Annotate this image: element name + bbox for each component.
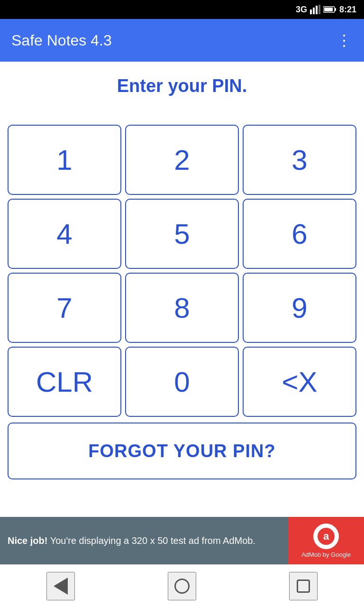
admob-logo-inner xyxy=(318,528,335,545)
key-0-label: 0 xyxy=(174,366,190,398)
nav-home-button[interactable] xyxy=(168,572,196,600)
svg-rect-2 xyxy=(316,6,318,14)
svg-rect-0 xyxy=(310,9,312,14)
svg-rect-1 xyxy=(313,8,315,14)
signal-icon xyxy=(310,5,320,14)
nav-bar xyxy=(0,564,364,607)
app-title: Safe Notes 4.3 xyxy=(11,32,112,49)
ad-banner-bold: Nice job! xyxy=(8,535,47,546)
key-clr-label: CLR xyxy=(36,366,93,398)
key-1-label: 1 xyxy=(56,144,72,176)
key-2-label: 2 xyxy=(174,144,190,176)
key-backspace-button[interactable]: <X xyxy=(243,347,356,417)
key-9-label: 9 xyxy=(291,292,307,324)
key-3-label: 3 xyxy=(291,144,307,176)
key-backspace-label: <X xyxy=(282,366,317,398)
status-icons: 3G 8:21 xyxy=(296,5,356,15)
key-8-button[interactable]: 8 xyxy=(125,273,239,343)
key-0-button[interactable]: 0 xyxy=(125,347,239,417)
admob-logo-circle xyxy=(313,524,339,549)
status-bar: 3G 8:21 xyxy=(0,0,364,19)
forgot-pin-label: FORGOT YOUR PIN? xyxy=(88,441,275,461)
key-6-button[interactable]: 6 xyxy=(243,199,356,269)
ad-logo: AdMob by Google xyxy=(288,517,364,564)
svg-rect-5 xyxy=(335,8,336,11)
app-bar: Safe Notes 4.3 ⋮ xyxy=(0,19,364,62)
enter-pin-title: Enter your PIN. xyxy=(117,76,247,96)
clock: 8:21 xyxy=(339,5,356,15)
recents-icon xyxy=(297,579,310,593)
key-2-button[interactable]: 2 xyxy=(125,125,239,195)
ad-logo-text: AdMob by Google xyxy=(301,551,351,558)
svg-rect-3 xyxy=(318,5,320,14)
ad-banner-text: Nice job! You're displaying a 320 x 50 t… xyxy=(8,534,281,547)
back-icon xyxy=(54,578,68,595)
key-clr-button[interactable]: CLR xyxy=(8,347,121,417)
key-7-button[interactable]: 7 xyxy=(8,273,121,343)
key-4-button[interactable]: 4 xyxy=(8,199,121,269)
nav-recents-button[interactable] xyxy=(289,572,318,600)
battery-icon xyxy=(323,6,337,13)
key-7-label: 7 xyxy=(56,292,72,324)
key-4-label: 4 xyxy=(56,218,72,250)
network-indicator: 3G xyxy=(296,5,307,15)
nav-back-button[interactable] xyxy=(46,572,75,600)
key-8-label: 8 xyxy=(174,292,190,324)
key-3-button[interactable]: 3 xyxy=(243,125,356,195)
ad-banner-content: Nice job! You're displaying a 320 x 50 t… xyxy=(0,529,288,552)
key-9-button[interactable]: 9 xyxy=(243,273,356,343)
keypad: 1 2 3 4 5 6 7 8 9 CLR 0 xyxy=(8,125,356,417)
overflow-menu-button[interactable]: ⋮ xyxy=(337,31,353,49)
main-content: Enter your PIN. 1 2 3 4 5 6 7 8 9 xyxy=(0,62,364,517)
key-1-button[interactable]: 1 xyxy=(8,125,121,195)
ad-banner-body: You're displaying a 320 x 50 test ad fro… xyxy=(47,535,255,546)
key-6-label: 6 xyxy=(291,218,307,250)
home-icon xyxy=(174,579,190,594)
svg-rect-6 xyxy=(324,8,333,11)
ad-banner: Nice job! You're displaying a 320 x 50 t… xyxy=(0,517,364,564)
key-5-label: 5 xyxy=(174,218,190,250)
forgot-pin-button[interactable]: FORGOT YOUR PIN? xyxy=(8,423,356,479)
key-5-button[interactable]: 5 xyxy=(125,199,239,269)
